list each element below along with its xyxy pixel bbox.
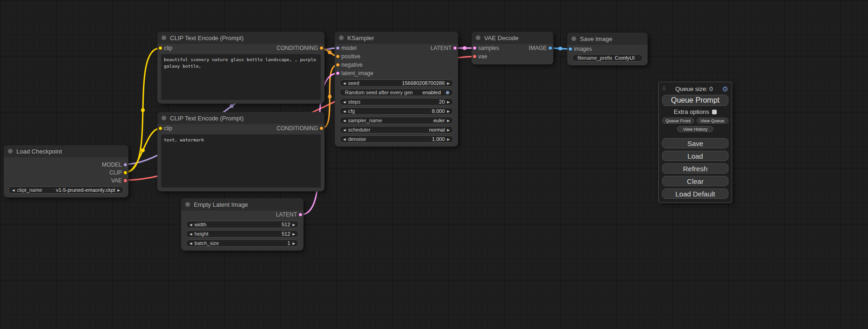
node-empty-latent-image[interactable]: Empty Latent Image LATENT ◀ width 512 ▶ … bbox=[181, 198, 303, 251]
output-slot-image[interactable]: IMAGE bbox=[529, 44, 553, 52]
decrement-arrow-icon[interactable]: ◀ bbox=[343, 119, 346, 122]
output-slot-latent[interactable]: LATENT bbox=[276, 210, 303, 219]
load-default-button[interactable]: Load Default bbox=[662, 189, 728, 199]
images-input-dot[interactable] bbox=[568, 47, 572, 51]
vae-output-dot[interactable] bbox=[123, 178, 127, 182]
empty-latent-title-bar[interactable]: Empty Latent Image bbox=[181, 198, 303, 210]
decrement-arrow-icon[interactable]: ◀ bbox=[343, 82, 346, 85]
node-clip-text-encode-positive[interactable]: CLIP Text Encode (Prompt) clip CONDITION… bbox=[157, 32, 325, 104]
collapse-dot-icon[interactable] bbox=[185, 202, 190, 207]
view-history-button[interactable]: View History bbox=[677, 126, 713, 132]
clip-output-dot[interactable] bbox=[123, 170, 127, 175]
output-slot-latent[interactable]: LATENT bbox=[430, 44, 458, 52]
collapse-dot-icon[interactable] bbox=[572, 36, 576, 41]
decrement-arrow-icon[interactable]: ◀ bbox=[343, 138, 346, 141]
output-slot-clip[interactable]: CLIP bbox=[109, 168, 128, 176]
ckpt-name-widget[interactable]: ◀ ckpt_name v1-5-pruned-emaonly.ckpt ▶ bbox=[8, 186, 124, 194]
positive-prompt-textarea[interactable]: beautiful scenery nature glass bottle la… bbox=[161, 54, 321, 100]
model-input-dot[interactable] bbox=[336, 46, 340, 50]
clip-encode-negative-title-bar[interactable]: CLIP Text Encode (Prompt) bbox=[157, 112, 325, 124]
clip-input-dot[interactable] bbox=[158, 126, 162, 131]
conditioning-output-dot[interactable] bbox=[319, 46, 324, 50]
input-slot-latent-image[interactable]: latent_image bbox=[335, 69, 374, 77]
collapse-dot-icon[interactable] bbox=[8, 149, 13, 154]
queue-prompt-button[interactable]: Queue Prompt bbox=[662, 95, 728, 106]
output-slot-model[interactable]: MODEL bbox=[102, 161, 128, 168]
width-widget[interactable]: ◀ width 512 ▶ bbox=[186, 221, 299, 228]
latent-output-dot[interactable] bbox=[453, 46, 457, 50]
samples-input-dot[interactable] bbox=[473, 46, 477, 50]
output-slot-vae[interactable]: VAE bbox=[111, 176, 128, 184]
filename-prefix-widget[interactable]: filename_prefix ComfyUI bbox=[572, 54, 643, 62]
extra-options-checkbox[interactable] bbox=[712, 110, 717, 114]
latent-image-input-dot[interactable] bbox=[336, 71, 340, 76]
increment-arrow-icon[interactable]: ▶ bbox=[447, 138, 450, 141]
steps-widget[interactable]: ◀ steps 20 ▶ bbox=[339, 98, 453, 105]
decrement-arrow-icon[interactable]: ◀ bbox=[190, 232, 192, 236]
decrement-arrow-icon[interactable]: ◀ bbox=[343, 100, 346, 104]
seed-widget[interactable]: ◀ seed 156680208700286 ▶ bbox=[339, 79, 453, 87]
output-slot-conditioning[interactable]: CONDITIONING bbox=[276, 124, 325, 133]
input-slot-negative[interactable]: negative bbox=[335, 61, 362, 69]
negative-input-dot[interactable] bbox=[336, 63, 340, 67]
increment-arrow-icon[interactable]: ▶ bbox=[293, 223, 295, 226]
increment-arrow-icon[interactable]: ▶ bbox=[447, 119, 450, 122]
clip-encode-positive-title-bar[interactable]: CLIP Text Encode (Prompt) bbox=[157, 32, 325, 44]
input-slot-clip[interactable]: clip bbox=[157, 124, 172, 133]
vae-decode-title-bar[interactable]: VAE Decode bbox=[472, 32, 553, 44]
increment-arrow-icon[interactable]: ▶ bbox=[447, 110, 450, 113]
node-clip-text-encode-negative[interactable]: CLIP Text Encode (Prompt) clip CONDITION… bbox=[157, 112, 325, 191]
increment-arrow-icon[interactable]: ▶ bbox=[118, 189, 120, 192]
scheduler-widget[interactable]: ◀ scheduler normal ▶ bbox=[339, 126, 453, 133]
queue-front-button[interactable]: Queue Front bbox=[662, 118, 694, 124]
sampler-name-widget[interactable]: ◀ sampler_name euler ▶ bbox=[339, 117, 453, 124]
input-slot-images[interactable]: images bbox=[567, 45, 592, 53]
refresh-button[interactable]: Refresh bbox=[662, 163, 728, 174]
node-vae-decode[interactable]: VAE Decode samples IMAGE vae bbox=[472, 32, 553, 64]
decrement-arrow-icon[interactable]: ◀ bbox=[12, 189, 14, 192]
save-image-title-bar[interactable]: Save Image bbox=[567, 33, 648, 45]
increment-arrow-icon[interactable]: ▶ bbox=[447, 82, 450, 85]
clear-button[interactable]: Clear bbox=[662, 176, 728, 186]
random-seed-toggle-widget[interactable]: Random seed after every gen enabled bbox=[339, 89, 453, 96]
node-save-image[interactable]: Save Image images filename_prefix ComfyU… bbox=[567, 33, 648, 65]
clip-input-dot[interactable] bbox=[158, 46, 162, 50]
input-slot-clip[interactable]: clip bbox=[157, 44, 172, 52]
height-widget[interactable]: ◀ height 512 ▶ bbox=[186, 230, 299, 238]
model-output-dot[interactable] bbox=[123, 162, 127, 167]
view-queue-button[interactable]: View Queue bbox=[697, 118, 729, 124]
input-slot-samples[interactable]: samples bbox=[472, 44, 499, 52]
conditioning-output-dot[interactable] bbox=[319, 126, 324, 131]
input-slot-vae[interactable]: vae bbox=[472, 52, 487, 61]
output-slot-conditioning[interactable]: CONDITIONING bbox=[276, 44, 325, 52]
load-button[interactable]: Load bbox=[662, 151, 728, 161]
positive-input-dot[interactable] bbox=[336, 55, 340, 59]
increment-arrow-icon[interactable]: ▶ bbox=[447, 100, 450, 104]
save-button[interactable]: Save bbox=[662, 138, 728, 148]
increment-arrow-icon[interactable]: ▶ bbox=[447, 128, 450, 132]
vae-input-dot[interactable] bbox=[473, 55, 477, 59]
load-checkpoint-title-bar[interactable]: Load Checkpoint bbox=[4, 145, 128, 157]
increment-arrow-icon[interactable]: ▶ bbox=[293, 232, 295, 236]
collapse-dot-icon[interactable] bbox=[162, 35, 166, 40]
drag-handle-icon[interactable]: ⠿ bbox=[662, 86, 666, 92]
input-slot-positive[interactable]: positive bbox=[335, 52, 360, 61]
decrement-arrow-icon[interactable]: ◀ bbox=[343, 110, 346, 113]
toggle-indicator-dot[interactable] bbox=[445, 91, 450, 95]
image-output-dot[interactable] bbox=[548, 46, 552, 50]
decrement-arrow-icon[interactable]: ◀ bbox=[190, 223, 192, 226]
denoise-widget[interactable]: ◀ denoise 1.000 ▶ bbox=[339, 135, 453, 143]
cfg-widget[interactable]: ◀ cfg 8.000 ▶ bbox=[339, 107, 453, 115]
collapse-dot-icon[interactable] bbox=[162, 116, 166, 120]
decrement-arrow-icon[interactable]: ◀ bbox=[343, 128, 346, 132]
node-ksampler[interactable]: KSampler model LATENT positive negative … bbox=[335, 32, 458, 147]
decrement-arrow-icon[interactable]: ◀ bbox=[190, 242, 192, 245]
node-load-checkpoint[interactable]: Load Checkpoint MODEL CLIP VAE ◀ ckpt_na… bbox=[4, 145, 128, 197]
settings-gear-icon[interactable]: ⚙ bbox=[722, 85, 728, 92]
latent-output-dot[interactable] bbox=[298, 213, 303, 217]
increment-arrow-icon[interactable]: ▶ bbox=[293, 242, 295, 245]
input-slot-model[interactable]: model bbox=[335, 44, 357, 52]
collapse-dot-icon[interactable] bbox=[339, 35, 344, 40]
negative-prompt-textarea[interactable]: text, watermark bbox=[161, 134, 321, 188]
ksampler-title-bar[interactable]: KSampler bbox=[335, 32, 458, 44]
